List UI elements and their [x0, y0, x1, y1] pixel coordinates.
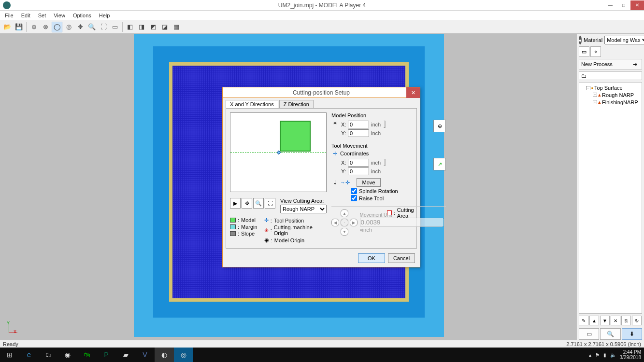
preview-model[interactable] [280, 121, 311, 152]
raise-checkbox[interactable] [351, 195, 357, 201]
ie-icon[interactable]: e [19, 348, 39, 362]
delete-icon[interactable]: ✕ [611, 316, 620, 325]
goto-button[interactable]: ↗ [433, 158, 446, 170]
toolmove-x-input[interactable] [348, 159, 369, 167]
tray-flag-icon[interactable]: ⚑ [595, 352, 600, 358]
y-axis-label: Y [7, 320, 10, 325]
dpad: ▲ ◀ ▶ ▼ · [331, 209, 355, 236]
dialog-title: Cutting-position Setup [293, 89, 350, 96]
iso-back-icon[interactable]: ◨ [136, 22, 147, 32]
menu-view[interactable]: View [50, 12, 69, 19]
iso-right-icon[interactable]: ◪ [159, 22, 170, 32]
vlc-icon[interactable]: V [135, 348, 155, 362]
open-icon[interactable]: 📂 [2, 22, 13, 32]
menu-file[interactable]: File [1, 12, 17, 19]
modela-icon[interactable]: ◎ [174, 348, 193, 362]
modeling-form-icon[interactable]: ▭ [579, 46, 589, 57]
legend-carea: Cutting Area [397, 207, 420, 219]
fit-tool-icon[interactable]: ⛶ [265, 198, 275, 209]
region-icon[interactable]: ▭ [110, 22, 120, 32]
shade-globe-icon[interactable]: ⊗ [40, 22, 51, 32]
minimize-button[interactable]: — [603, 0, 617, 10]
pan-icon[interactable]: ✥ [75, 22, 86, 32]
tray-time: 2:44 PM [620, 349, 642, 355]
close-button[interactable]: ✕ [630, 0, 644, 10]
expand-icon[interactable]: + [593, 100, 597, 104]
legend-slope: Slope [241, 231, 255, 237]
legend-cmo: Cutting-machine Origin [274, 224, 327, 236]
tree-item[interactable]: FinishingNARP [602, 99, 638, 105]
select-tool-icon[interactable]: ▶ [230, 198, 241, 209]
expand-icon[interactable]: + [593, 93, 597, 97]
cancel-button[interactable]: Cancel [388, 253, 415, 263]
dpad-left[interactable]: ◀ [331, 219, 339, 226]
zoom-tool-icon[interactable]: 🔍 [253, 198, 264, 209]
modelpos-x-input[interactable] [348, 121, 369, 128]
explorer-icon[interactable]: 🗂 [39, 348, 58, 362]
tree-root[interactable]: Top Surface [594, 85, 623, 91]
app2-icon[interactable]: ◐ [155, 348, 174, 362]
tray-up-icon[interactable]: ▴ [589, 352, 591, 358]
menu-options[interactable]: Options [69, 12, 95, 19]
view-cutting-select[interactable]: Rough NARP [280, 205, 327, 213]
app1-icon[interactable]: ▰ [116, 348, 135, 362]
wire-globe-icon[interactable]: ⊕ [29, 22, 39, 32]
origin-icon[interactable]: ⌖ [590, 46, 601, 57]
move-tool-icon[interactable]: ✥ [242, 198, 252, 209]
expand-icon[interactable]: − [586, 86, 590, 90]
tray-net-icon[interactable]: ▮ [603, 352, 606, 358]
save-icon[interactable]: 💾 [14, 22, 24, 32]
publisher-icon[interactable]: P [97, 348, 116, 362]
store-icon[interactable]: 🛍 [77, 348, 97, 362]
new-process-button[interactable]: New Process ⇥ [579, 59, 642, 70]
move-button[interactable]: Move [357, 178, 381, 187]
dialog-close-button[interactable]: ✕ [406, 87, 420, 98]
tool-icon[interactable]: ✎ [579, 316, 588, 325]
dpad-down[interactable]: ▼ [341, 228, 348, 236]
target-icon[interactable]: ◎ [63, 22, 74, 32]
tray-clock[interactable]: 2:44 PM 3/29/2018 [620, 349, 642, 360]
ok-button[interactable]: OK [358, 253, 385, 263]
up-icon[interactable]: ▲ [589, 316, 599, 325]
spindle-checkbox[interactable] [351, 188, 357, 194]
tree-tab[interactable]: 🗀 [579, 71, 642, 80]
start-icon[interactable]: ⊞ [0, 348, 19, 362]
tray-date: 3/29/2018 [620, 355, 642, 360]
iso-front-icon[interactable]: ◧ [125, 22, 135, 32]
toolmove-y-input[interactable] [348, 167, 369, 175]
copy-icon[interactable]: ⎘ [621, 316, 631, 325]
cut-button[interactable]: ⬇ [622, 328, 642, 340]
preview-button[interactable]: ▭ [579, 328, 599, 340]
center-button[interactable]: ⊕ [433, 120, 446, 132]
tab-xy[interactable]: X and Y Directions [226, 100, 278, 108]
dpad-right[interactable]: ▶ [350, 219, 358, 226]
maximize-button[interactable]: □ [617, 0, 630, 10]
dialog-titlebar[interactable]: Cutting-position Setup ✕ [223, 87, 420, 98]
modelpos-y-input[interactable] [348, 129, 369, 137]
zoom-icon[interactable]: 🔍 [86, 22, 97, 32]
dialog-preview[interactable] [230, 112, 327, 192]
app-icon [3, 1, 11, 9]
grid-icon[interactable]: ▦ [171, 22, 182, 32]
process-tree[interactable]: − ▪ Top Surface + ▴ Rough NARP + ▴ Finis… [579, 82, 642, 314]
down-icon[interactable]: ▼ [600, 316, 610, 325]
cutting-position-dialog: Cutting-position Setup ✕ X and Y Directi… [222, 87, 420, 267]
spindle-icon: ⇣ [331, 179, 338, 186]
legend-morigin: Model Origin [274, 237, 304, 243]
dpad-up[interactable]: ▲ [341, 209, 348, 217]
fit-icon[interactable]: ⛶ [98, 22, 109, 32]
tray-vol-icon[interactable]: 🔈 [610, 352, 616, 358]
redo-icon[interactable]: ↻ [632, 316, 642, 325]
tab-z[interactable]: Z Direction [279, 100, 314, 108]
coords-label: Coordinates [340, 151, 369, 156]
tree-item[interactable]: Rough NARP [602, 92, 634, 98]
menu-edit[interactable]: Edit [17, 12, 34, 19]
toolpath-button[interactable]: 🔍 [600, 328, 620, 340]
material-select[interactable]: Modeling Wax [604, 36, 644, 44]
menu-help[interactable]: Help [95, 12, 114, 19]
menu-set[interactable]: Set [34, 12, 50, 19]
menubar: File Edit Set View Options Help [0, 11, 644, 20]
chrome-icon[interactable]: ◉ [58, 348, 77, 362]
iso-left-icon[interactable]: ◩ [148, 22, 158, 32]
rotate-icon[interactable]: ◯ [52, 22, 62, 32]
